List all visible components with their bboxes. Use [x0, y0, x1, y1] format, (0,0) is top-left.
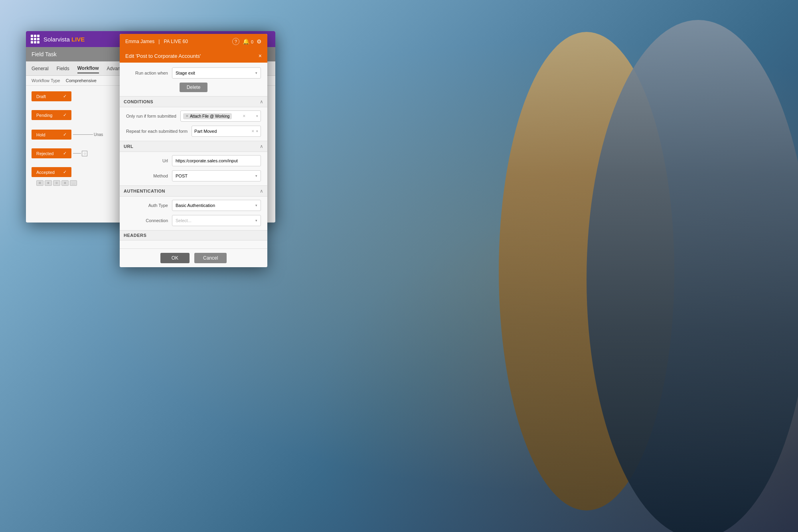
topbar-username: Emma James — [125, 39, 154, 44]
cancel-button[interactable]: Cancel — [194, 253, 227, 263]
run-action-row: Run action when Stage exit ▾ — [126, 67, 261, 79]
connection-chevron: ▾ — [255, 219, 257, 223]
nav-general[interactable]: General — [32, 64, 49, 73]
app-subtitle: Field Task — [32, 51, 57, 57]
method-chevron: ▾ — [255, 174, 257, 178]
url-collapse-icon[interactable]: ∧ — [260, 144, 263, 149]
nav-workflow[interactable]: Workflow — [77, 64, 99, 73]
side-label-hold: Unas — [94, 132, 103, 137]
action-icon-4[interactable]: ⊚ — [61, 180, 69, 186]
dialog-footer: OK Cancel — [120, 248, 267, 267]
bell-icon: 🔔 — [243, 38, 249, 45]
notification-count: 0 — [251, 39, 253, 44]
ok-button[interactable]: OK — [160, 253, 190, 263]
auth-type-value: Basic Authentication — [176, 203, 215, 208]
node-box-hold[interactable]: Hold ✓ — [32, 130, 71, 140]
dialog-body: Run action when Stage exit ▾ Delete COND… — [120, 63, 267, 248]
action-icon-2[interactable]: ⊕ — [45, 180, 52, 186]
run-action-dropdown[interactable]: Stage exit ▾ — [172, 67, 261, 79]
dialog-title: Edit 'Post to Corporate Accounts' — [125, 53, 201, 59]
nav-fields[interactable]: Fields — [57, 64, 69, 73]
tag-input-arrow: ▾ — [256, 114, 258, 118]
action-icon-more[interactable]: … — [70, 180, 77, 186]
node-box-pending[interactable]: Pending ✓ — [32, 110, 71, 120]
action-icon-3[interactable]: ⊙ — [53, 180, 60, 186]
node-box-draft[interactable]: Draft ✓ — [32, 91, 71, 101]
side-line-rejected — [73, 153, 81, 154]
url-input[interactable] — [172, 155, 261, 166]
side-line-hold — [73, 134, 93, 135]
method-row: Method POST ▾ — [126, 170, 261, 181]
brand-prefix: Solarvista — [43, 36, 70, 43]
auth-section-header: AUTHENTICATION ∧ — [120, 185, 267, 197]
delete-button-row: Delete — [126, 83, 261, 92]
auth-type-row: Auth Type Basic Authentication ▾ — [126, 200, 261, 211]
help-icon[interactable]: ? — [232, 38, 239, 45]
url-row: Url — [126, 155, 261, 166]
conditions-collapse-icon[interactable]: ∧ — [260, 99, 263, 104]
headers-section-header: HEADERS — [120, 230, 267, 240]
topbar-icons: ? 🔔 0 ⚙ — [232, 38, 262, 45]
tag-value: Attach File @ Working — [190, 114, 229, 118]
node-label-draft: Draft — [36, 94, 46, 99]
modal-dialog: Emma James | PA LIVE 60 ? 🔔 0 ⚙ Edit 'Po… — [120, 34, 267, 267]
auth-type-dropdown[interactable]: Basic Authentication ▾ — [172, 200, 261, 211]
node-box-accepted[interactable]: Accepted ✓ — [32, 167, 71, 177]
only-run-row: Only run if form submitted ✕ Attach File… — [126, 110, 261, 122]
url-title: URL — [124, 144, 133, 149]
only-run-label: Only run if form submitted — [126, 114, 176, 118]
node-check-rejected: ✓ — [63, 151, 67, 156]
auth-collapse-icon[interactable]: ∧ — [260, 188, 263, 194]
conditions-title: CONDITIONS — [124, 99, 153, 104]
repeat-x-icon: ✕ — [251, 129, 255, 133]
method-dropdown[interactable]: POST ▾ — [172, 170, 261, 181]
url-input-field[interactable] — [176, 158, 257, 163]
delete-button[interactable]: Delete — [180, 83, 208, 92]
auth-type-label: Auth Type — [126, 203, 168, 208]
headers-title: HEADERS — [124, 233, 146, 238]
connection-row: Connection Select... ▾ — [126, 215, 261, 226]
topbar-separator: | — [158, 39, 160, 44]
run-action-label: Run action when — [126, 71, 168, 75]
repeat-tag-input[interactable]: Part Moved ✕ ▾ — [192, 126, 261, 137]
dialog-titlebar: Edit 'Post to Corporate Accounts' × — [120, 49, 267, 63]
repeat-row: Repeat for each submitted form Part Move… — [126, 126, 261, 137]
node-label-accepted: Accepted — [36, 170, 55, 175]
repeat-value: Part Moved — [194, 129, 217, 134]
settings-icon[interactable]: ⚙ — [257, 38, 262, 45]
tag-x-icon[interactable]: ✕ — [186, 114, 189, 118]
url-label: Url — [126, 158, 168, 163]
brand-suffix: LIVE — [70, 36, 85, 43]
workflow-type-label: Workflow Type — [32, 78, 60, 83]
modal-topbar: Emma James | PA LIVE 60 ? 🔔 0 ⚙ — [120, 34, 267, 49]
conditions-section-header: CONDITIONS ∧ — [120, 96, 267, 107]
diamond-rejected: ◇ — [82, 151, 87, 156]
dialog-close-button[interactable]: × — [259, 53, 262, 59]
connection-label: Connection — [126, 218, 168, 223]
only-run-tag: ✕ Attach File @ Working — [183, 113, 232, 119]
tag-input-chevron: ✕ — [243, 114, 246, 118]
run-action-value: Stage exit — [176, 71, 195, 75]
app-logo — [31, 35, 40, 43]
app-brand-text: Solarvista LIVE — [43, 36, 85, 43]
method-label: Method — [126, 173, 168, 178]
auth-type-chevron: ▾ — [255, 203, 257, 207]
notification-icon[interactable]: 🔔 0 — [243, 38, 253, 45]
action-icon-1[interactable]: ⊞ — [36, 180, 43, 186]
only-run-tag-input[interactable]: ✕ Attach File @ Working ✕ ▾ — [180, 110, 261, 122]
connection-dropdown[interactable]: Select... ▾ — [172, 215, 261, 226]
url-section-header: URL ∧ — [120, 141, 267, 152]
node-check-draft: ✓ — [63, 94, 67, 99]
topbar-instance: PA LIVE 60 — [164, 39, 188, 44]
node-check-hold: ✓ — [63, 132, 67, 137]
topbar-user-info: Emma James | PA LIVE 60 — [125, 39, 188, 44]
repeat-chevron: ▾ — [256, 129, 258, 133]
auth-title: AUTHENTICATION — [124, 189, 165, 193]
node-check-pending: ✓ — [63, 112, 67, 118]
workflow-type-value: Comprehensive — [66, 78, 97, 83]
node-box-rejected[interactable]: Rejected ✓ — [32, 148, 71, 158]
method-value: POST — [176, 173, 188, 178]
run-action-chevron: ▾ — [255, 71, 257, 75]
repeat-label: Repeat for each submitted form — [126, 129, 188, 134]
node-check-accepted: ✓ — [63, 169, 67, 175]
